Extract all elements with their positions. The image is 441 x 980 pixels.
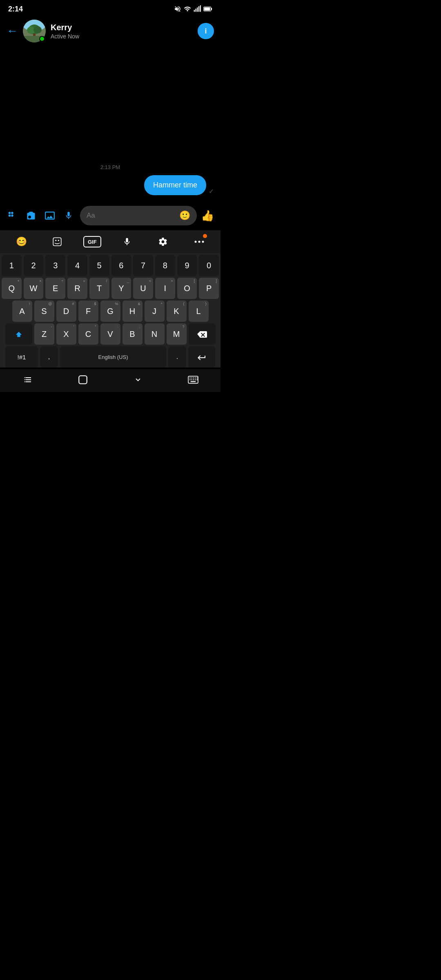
keyboard-button[interactable] xyxy=(181,372,205,388)
thumbs-up-button[interactable]: 👍 xyxy=(201,209,216,222)
gif-toolbar-button[interactable]: GIF xyxy=(83,236,101,247)
key-x[interactable]: X' xyxy=(56,323,76,345)
key-c[interactable]: C" xyxy=(78,323,98,345)
bottom-row: !#1 , English (US) . xyxy=(2,346,219,368)
svg-rect-2 xyxy=(197,7,198,12)
emoji-toolbar-button[interactable]: 😊 xyxy=(11,232,31,252)
svg-rect-28 xyxy=(191,378,192,379)
orange-dot xyxy=(203,234,207,238)
key-d[interactable]: D# xyxy=(56,301,76,322)
key-s[interactable]: S@ xyxy=(34,301,54,322)
key-v[interactable]: V: xyxy=(100,323,120,345)
svg-rect-29 xyxy=(193,378,194,379)
contact-info: Kerry Active Now xyxy=(51,23,198,40)
navigation-bar xyxy=(0,369,220,392)
key-l[interactable]: L) xyxy=(189,301,209,322)
home-button[interactable] xyxy=(71,372,95,388)
mic-toolbar-button[interactable] xyxy=(117,232,137,252)
key-q[interactable]: Q+ xyxy=(2,278,22,299)
more-toolbar-button[interactable] xyxy=(189,232,209,252)
key-5[interactable]: 5 xyxy=(89,255,109,276)
key-o[interactable]: O[ xyxy=(177,278,197,299)
key-1[interactable]: 1 xyxy=(2,255,22,276)
key-3[interactable]: 3 xyxy=(45,255,65,276)
asdf-row: A! S@ D# F$ G% H& J* K( L) xyxy=(2,301,219,322)
svg-rect-27 xyxy=(189,378,190,379)
key-w[interactable]: W× xyxy=(24,278,44,299)
key-6[interactable]: 6 xyxy=(111,255,131,276)
key-u[interactable]: U< xyxy=(133,278,153,299)
period-key[interactable]: . xyxy=(168,346,186,368)
key-h[interactable]: H& xyxy=(122,301,143,322)
key-e[interactable]: E÷ xyxy=(45,278,65,299)
chat-area: 2:13 PM Hammer time ✓ xyxy=(0,46,220,201)
key-9[interactable]: 9 xyxy=(177,255,197,276)
key-n[interactable]: N xyxy=(145,323,165,345)
svg-rect-4 xyxy=(200,5,201,12)
number-row: 1 2 3 4 5 6 7 8 9 0 xyxy=(2,255,219,276)
apps-icon[interactable] xyxy=(5,210,20,221)
zxcv-row: Z- X' C" V: B; N M? xyxy=(2,323,219,345)
svg-rect-35 xyxy=(195,379,196,380)
svg-rect-30 xyxy=(195,378,196,379)
key-k[interactable]: K( xyxy=(167,301,187,322)
camera-icon[interactable] xyxy=(24,210,38,221)
key-r[interactable]: R= xyxy=(67,278,87,299)
key-j[interactable]: J* xyxy=(145,301,165,322)
info-button[interactable]: i xyxy=(198,23,214,39)
key-t[interactable]: T/ xyxy=(89,278,109,299)
enter-key[interactable] xyxy=(188,346,215,368)
svg-point-22 xyxy=(194,241,196,243)
key-4[interactable]: 4 xyxy=(67,255,87,276)
battery-icon xyxy=(203,6,212,12)
sticker-toolbar-button[interactable] xyxy=(47,232,67,252)
settings-toolbar-button[interactable] xyxy=(153,232,173,252)
backspace-key[interactable] xyxy=(189,323,216,345)
header: ← Kerry Active Now i xyxy=(0,16,220,46)
text-input-container[interactable]: 🙂 xyxy=(80,206,197,225)
message-timestamp: 2:13 PM xyxy=(0,164,220,170)
svg-point-15 xyxy=(9,212,11,214)
input-bar: 🙂 👍 xyxy=(0,201,220,230)
image-icon[interactable] xyxy=(42,210,57,221)
key-p[interactable]: P] xyxy=(199,278,219,299)
key-g[interactable]: G% xyxy=(100,301,120,322)
svg-rect-34 xyxy=(193,379,194,380)
emoji-button[interactable]: 🙂 xyxy=(179,210,190,221)
key-7[interactable]: 7 xyxy=(133,255,153,276)
svg-point-23 xyxy=(198,241,200,243)
key-0[interactable]: 0 xyxy=(199,255,219,276)
back-nav-button[interactable] xyxy=(126,372,150,388)
signal-icon xyxy=(194,5,201,13)
back-button[interactable]: ← xyxy=(7,24,18,38)
status-time: 2:14 xyxy=(8,5,23,13)
key-a[interactable]: A! xyxy=(12,301,32,322)
key-m[interactable]: M? xyxy=(167,323,187,345)
svg-rect-19 xyxy=(53,238,62,246)
key-b[interactable]: B; xyxy=(122,323,143,345)
shift-key[interactable] xyxy=(5,323,32,345)
recent-apps-button[interactable] xyxy=(16,372,40,388)
key-z[interactable]: Z- xyxy=(34,323,54,345)
symbol-key[interactable]: !#1 xyxy=(5,346,38,368)
svg-rect-33 xyxy=(191,379,192,380)
mic-icon[interactable] xyxy=(61,210,76,221)
svg-rect-6 xyxy=(211,8,212,10)
svg-rect-7 xyxy=(204,7,210,11)
key-2[interactable]: 2 xyxy=(24,255,44,276)
key-8[interactable]: 8 xyxy=(155,255,175,276)
key-y[interactable]: Y_ xyxy=(111,278,131,299)
message-check-icon: ✓ xyxy=(209,187,214,195)
contact-status: Active Now xyxy=(51,33,198,40)
keyboard: 1 2 3 4 5 6 7 8 9 0 Q+ W× E÷ R= T/ Y_ U<… xyxy=(0,253,220,368)
svg-point-17 xyxy=(9,214,11,216)
svg-point-20 xyxy=(56,240,57,241)
key-i[interactable]: I> xyxy=(155,278,175,299)
message-input[interactable] xyxy=(87,212,179,220)
mute-icon xyxy=(174,5,181,13)
comma-key[interactable]: , xyxy=(40,346,58,368)
space-key[interactable]: English (US) xyxy=(60,346,166,368)
key-f[interactable]: F$ xyxy=(78,301,98,322)
status-icons xyxy=(174,5,212,13)
svg-point-21 xyxy=(58,240,59,241)
